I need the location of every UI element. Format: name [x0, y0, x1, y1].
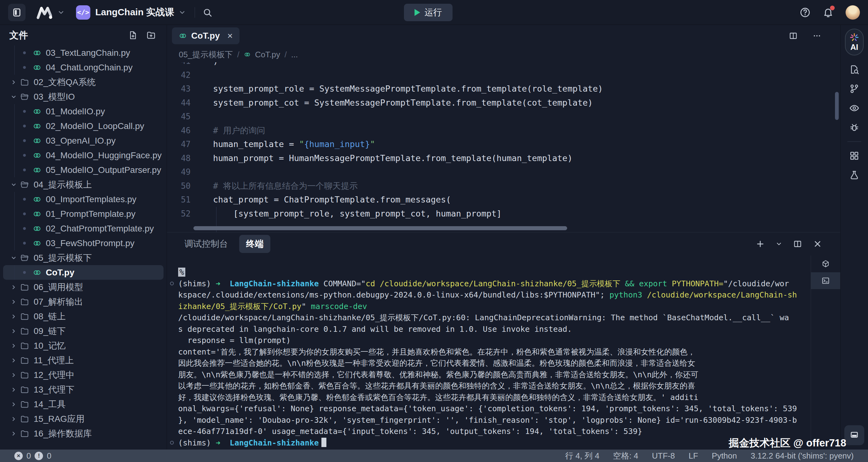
notifications-button[interactable]: [823, 7, 834, 18]
folder-icon: [20, 400, 29, 409]
terminal-line: (shims) ➜ LangChain-shizhanke: [178, 437, 811, 449]
ai-assistant-button[interactable]: AI: [845, 29, 864, 56]
more-ellipsis-icon[interactable]: [812, 31, 822, 40]
tree-folder[interactable]: 16_操作数据库: [0, 426, 166, 441]
remote-machine-button[interactable]: [844, 425, 864, 445]
close-tab-icon[interactable]: ×: [227, 31, 233, 40]
chevron-down-icon[interactable]: [10, 255, 17, 261]
tree-file[interactable]: 01_ModelIO.py: [0, 104, 166, 119]
tree-file[interactable]: 03_FewShotPrompt.py: [0, 236, 166, 250]
topbar: </> LangChain 实战课 运行: [0, 0, 868, 25]
folder-icon: [20, 78, 29, 87]
breadcrumb-folder[interactable]: 05_提示模板下: [179, 49, 232, 60]
chevron-down-icon[interactable]: [57, 9, 65, 16]
chevron-right-icon[interactable]: [10, 387, 17, 393]
tree-file[interactable]: 04_ChatLongChain.py: [0, 60, 166, 75]
terminal-instance-shell[interactable]: [811, 272, 840, 289]
chevron-right-icon[interactable]: [10, 416, 17, 422]
chevron-down-icon[interactable]: [10, 182, 17, 188]
bug-icon[interactable]: [849, 122, 860, 133]
statusbar: × 0 ! 0 行 4, 列 4 空格: 4 UTF-8 LF Python 3…: [0, 450, 868, 462]
new-file-icon[interactable]: [128, 30, 138, 40]
chevron-down-icon[interactable]: [775, 241, 782, 247]
breadcrumb-symbol[interactable]: ...: [291, 50, 298, 60]
breadcrumb-file[interactable]: CoT.py: [255, 50, 280, 60]
terminal-line: /cloudide/workspace/LangChain-shizhanke/…: [178, 312, 811, 324]
tree-folder[interactable]: 08_链上: [0, 309, 166, 324]
chevron-right-icon[interactable]: [10, 284, 17, 290]
tree-file[interactable]: 02_ChatPromptTemplate.py: [0, 221, 166, 236]
editor-vertical-scrollbar[interactable]: [835, 92, 839, 120]
split-editor-icon[interactable]: [788, 31, 798, 40]
tree-folder[interactable]: 10_记忆: [0, 338, 166, 353]
tree-file[interactable]: 04_ModelIO_HuggingFace.py: [0, 148, 166, 163]
encoding[interactable]: UTF-8: [652, 451, 675, 461]
langchain-file-icon: [33, 239, 41, 248]
extensions-grid-icon[interactable]: [849, 151, 860, 161]
tree-folder[interactable]: 13_代理下: [0, 382, 166, 397]
split-panel-icon[interactable]: [793, 239, 802, 249]
tree-folder[interactable]: 14_工具: [0, 397, 166, 411]
chevron-right-icon[interactable]: [10, 357, 17, 364]
project-name[interactable]: LangChain 实战课: [95, 6, 174, 19]
eye-icon[interactable]: [849, 103, 860, 114]
tree-folder[interactable]: 02_文档QA系统: [0, 75, 166, 89]
terminal-instance-task[interactable]: [811, 255, 840, 272]
sidebar-toggle-button[interactable]: [8, 4, 26, 21]
tree-file[interactable]: 05_ModelIO_OutputParser.py: [0, 163, 166, 177]
chevron-right-icon[interactable]: [10, 299, 17, 305]
tree-folder[interactable]: 04_提示模板上: [0, 177, 166, 192]
folder-icon: [20, 283, 29, 292]
line-number: 49: [167, 165, 191, 179]
tree-file[interactable]: 03_TextLangChain.py: [0, 45, 166, 60]
tree-folder[interactable]: 07_解析输出: [0, 295, 166, 309]
chevron-right-icon[interactable]: [10, 431, 17, 437]
file-search-icon[interactable]: [849, 64, 860, 75]
chevron-right-icon[interactable]: [10, 328, 17, 334]
close-panel-icon[interactable]: [813, 239, 822, 249]
tree-file[interactable]: 01_PromptTemplate.py: [0, 207, 166, 221]
tree-file[interactable]: CoT.py: [3, 265, 163, 280]
tree-file[interactable]: 03_OpenAI_IO.py: [0, 133, 166, 148]
problems-indicator[interactable]: × 0 ! 0: [14, 451, 52, 461]
tree-folder[interactable]: 15_RAG应用: [0, 411, 166, 426]
chevron-down-icon[interactable]: [179, 9, 186, 16]
new-folder-icon[interactable]: [146, 30, 156, 40]
editor-horizontal-scrollbar[interactable]: [193, 226, 567, 230]
editor-tab-cotpy[interactable]: CoT.py ×: [172, 27, 240, 44]
chevron-right-icon[interactable]: [10, 401, 17, 407]
tree-file[interactable]: 02_ModelIO_LoopCall.py: [0, 119, 166, 133]
chevron-right-icon[interactable]: [10, 343, 17, 349]
tab-terminal[interactable]: 终端: [239, 235, 270, 253]
tab-debug-console[interactable]: 调试控制台: [178, 235, 235, 253]
editor-tabbar: CoT.py ×: [167, 25, 840, 47]
tree-folder[interactable]: 11_代理上: [0, 353, 166, 368]
tree-folder[interactable]: 06_调用模型: [0, 280, 166, 295]
new-terminal-plus-icon[interactable]: [755, 239, 765, 249]
avatar[interactable]: [845, 5, 860, 20]
tree-file[interactable]: 00_ImportTemplates.py: [0, 192, 166, 207]
cursor-position[interactable]: 行 4, 列 4: [565, 451, 599, 461]
search-icon[interactable]: [203, 7, 212, 18]
terminal-line: 以考虑一些其他的花卉，如粉色郁金香、紫色百合等。这些花卉都具有美丽的颜色和独特的…: [178, 380, 811, 392]
python-interpreter[interactable]: 3.12.2 64-bit ('shims': pyenv): [751, 451, 854, 461]
flask-icon[interactable]: [849, 170, 860, 180]
indent-setting[interactable]: 空格: 4: [613, 451, 638, 461]
code-lines: 41)4243system_prompt_role = SystemMessag…: [167, 62, 840, 221]
marscode-logo[interactable]: [36, 6, 65, 19]
chevron-right-icon[interactable]: [10, 372, 17, 378]
git-branch-icon[interactable]: [849, 84, 860, 94]
tree-folder[interactable]: 03_模型IO: [0, 89, 166, 104]
chevron-right-icon[interactable]: [10, 313, 17, 320]
tree-folder[interactable]: 05_提示模板下: [0, 250, 166, 265]
terminal-output[interactable]: %(shims) ➜ LangChain-shizhanke COMMAND="…: [167, 255, 811, 450]
help-icon[interactable]: [800, 7, 811, 18]
language-mode[interactable]: Python: [712, 451, 737, 461]
chevron-right-icon[interactable]: [10, 79, 17, 85]
chevron-down-icon[interactable]: [10, 94, 17, 100]
tree-folder[interactable]: 09_链下: [0, 324, 166, 338]
tree-folder[interactable]: 12_代理中: [0, 368, 166, 382]
run-button[interactable]: 运行: [404, 4, 453, 21]
eol-setting[interactable]: LF: [689, 451, 698, 461]
code-editor[interactable]: 41)4243system_prompt_role = SystemMessag…: [167, 62, 840, 232]
